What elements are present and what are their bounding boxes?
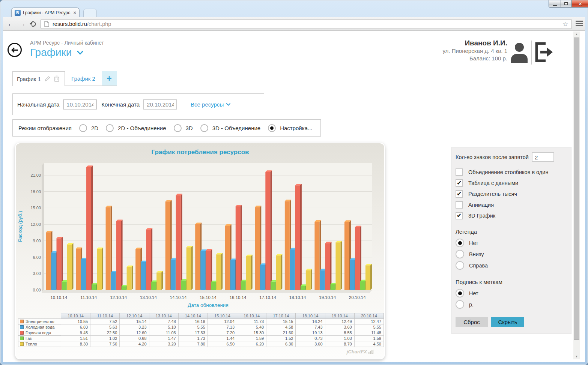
bar xyxy=(181,281,186,290)
value-cell: 1.51 xyxy=(61,336,90,341)
value-cell: 5.10 xyxy=(149,324,178,330)
radio-button[interactable] xyxy=(79,124,87,132)
radio-button[interactable] xyxy=(456,239,464,247)
display-mode-label: Режим отображения xyxy=(18,125,72,131)
settings-radio-row: Внизу xyxy=(456,250,567,258)
svg-text:21.00: 21.00 xyxy=(30,173,41,177)
value-cell: 12.60 xyxy=(120,330,149,336)
decimals-row: Кол-во знаков после запятой xyxy=(456,152,567,162)
watermark-icon xyxy=(368,349,374,354)
reset-button[interactable]: Сброс xyxy=(456,317,488,327)
delete-trash-icon[interactable] xyxy=(54,75,60,82)
profile-button[interactable] xyxy=(510,41,529,65)
radio-button[interactable] xyxy=(106,124,114,132)
radio-button[interactable] xyxy=(456,261,464,270)
add-chart-tab-button[interactable]: + xyxy=(102,71,117,86)
svg-text:18.10.14: 18.10.14 xyxy=(289,295,306,300)
radio-button[interactable] xyxy=(456,289,464,297)
bar xyxy=(186,247,191,290)
value-cell: 12.04 xyxy=(208,319,237,324)
minimize-icon xyxy=(553,5,557,6)
x-axis-label: Дата обновления xyxy=(44,302,372,308)
menu-button[interactable] xyxy=(576,21,583,22)
value-cell: 10.55 xyxy=(61,319,90,324)
legend-swatch xyxy=(20,342,24,346)
radio-button[interactable] xyxy=(174,124,182,132)
resources-dropdown[interactable]: Все ресурсы xyxy=(191,101,230,108)
value-cell: 9.45 xyxy=(61,330,90,336)
value-cell: 12.47 xyxy=(354,319,383,324)
bar xyxy=(265,172,270,290)
checkbox[interactable] xyxy=(456,168,463,176)
radio-button[interactable] xyxy=(200,124,208,132)
start-date-label: Начальная дата xyxy=(17,101,59,108)
display-mode-option: 2D xyxy=(79,124,98,132)
bar xyxy=(81,259,86,290)
bar-side xyxy=(181,194,182,290)
user-balance: Баланс: 100 р. xyxy=(442,55,507,62)
bar xyxy=(156,272,161,290)
browser-tab[interactable]: B Графики · АРМ Ресурс × xyxy=(11,8,80,17)
checkbox-label: 3D График xyxy=(468,213,495,219)
tab-grafik-1[interactable]: График 1 xyxy=(12,71,65,86)
value-cell: 7.80 xyxy=(178,341,208,347)
logout-button[interactable] xyxy=(534,42,553,64)
back-nav-button[interactable]: ← xyxy=(6,19,16,28)
bar xyxy=(290,249,295,290)
settings-radio-row: Справа xyxy=(456,261,567,270)
tab-close-icon[interactable]: × xyxy=(73,10,76,15)
maximize-button[interactable] xyxy=(561,0,572,8)
forward-nav-button[interactable]: → xyxy=(17,19,27,28)
checkbox[interactable] xyxy=(456,212,463,219)
page-title[interactable]: Графики xyxy=(30,47,83,59)
checkbox[interactable] xyxy=(456,179,463,187)
reload-button[interactable] xyxy=(29,20,37,29)
checkbox[interactable] xyxy=(456,201,463,209)
value-cell: 19.13 xyxy=(296,330,325,336)
legend-swatch xyxy=(20,336,24,340)
decimals-input[interactable] xyxy=(532,152,554,162)
bar xyxy=(255,207,260,290)
mark-section-label: Подпись к меткам xyxy=(456,279,567,285)
bar xyxy=(365,265,370,290)
bookmark-star-icon[interactable]: ☆ xyxy=(562,21,568,27)
value-cell: 3.20 xyxy=(149,341,178,347)
bar-side xyxy=(270,170,272,290)
radio-button[interactable] xyxy=(456,250,464,258)
edit-pencil-icon[interactable] xyxy=(44,75,51,82)
end-date-input[interactable] xyxy=(143,99,177,110)
bar xyxy=(216,254,221,290)
bar xyxy=(241,281,246,290)
minimize-button[interactable] xyxy=(549,0,561,8)
value-cell: 11.73 xyxy=(237,319,266,324)
vertical-scrollbar[interactable]: ▲ ▼ xyxy=(573,32,580,359)
svg-text:15.00: 15.00 xyxy=(30,206,41,210)
back-button[interactable] xyxy=(8,43,22,57)
address-bar[interactable]: resurs.bolid.ru/chart.php ☆ xyxy=(41,19,572,29)
value-cell: 11.03 xyxy=(149,330,178,336)
radio-label: р. xyxy=(469,302,474,308)
value-cell: 0.68 xyxy=(120,336,149,341)
value-cell: 1.73 xyxy=(178,336,208,341)
value-cell: 1.44 xyxy=(208,336,237,341)
close-button[interactable]: ✕ xyxy=(572,0,588,8)
bar xyxy=(165,201,170,290)
browser-tab-title: Графики · АРМ Ресурс xyxy=(23,10,71,15)
checkbox[interactable] xyxy=(456,190,463,198)
table-date-header: 16.10.14 xyxy=(237,313,266,319)
logout-icon xyxy=(534,42,553,62)
hide-button[interactable]: Скрыть xyxy=(491,317,524,327)
bar xyxy=(355,227,360,290)
tab-grafik-2[interactable]: График 2 xyxy=(65,71,102,86)
bar xyxy=(285,201,290,290)
scroll-up-button[interactable]: ▲ xyxy=(573,32,580,37)
scrollbar-thumb[interactable] xyxy=(574,38,579,340)
scroll-down-button[interactable]: ▼ xyxy=(573,354,580,359)
start-date-input[interactable] xyxy=(63,99,97,110)
new-tab-button[interactable] xyxy=(83,9,97,17)
radio-button[interactable] xyxy=(456,300,464,309)
value-cell: 1.02 xyxy=(90,336,120,341)
radio-button[interactable] xyxy=(268,124,276,132)
series-name-cell: Холодная вода xyxy=(18,324,61,330)
svg-text:9.00: 9.00 xyxy=(33,239,41,243)
